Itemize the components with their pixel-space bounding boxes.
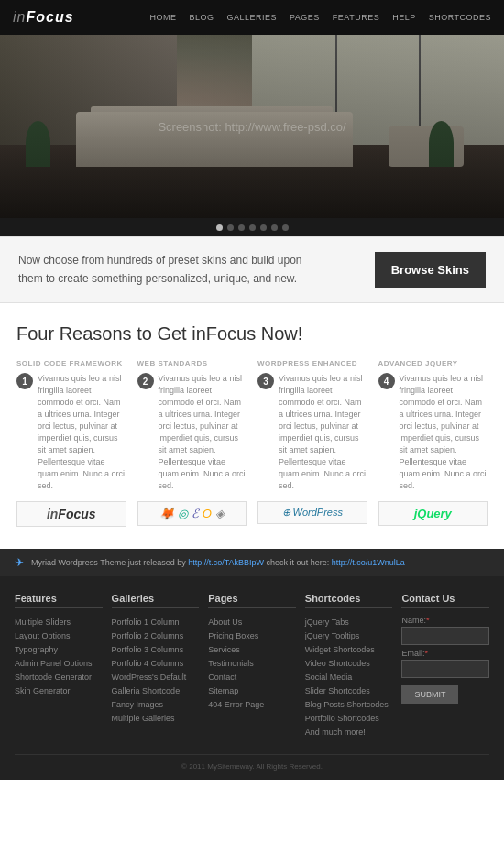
reason-3-num: 3 xyxy=(257,373,274,389)
footer-link-layout-options[interactable]: Layout Options xyxy=(15,631,71,640)
name-required: * xyxy=(426,616,430,625)
reason-2-num: 2 xyxy=(137,373,154,389)
dot-5[interactable] xyxy=(260,224,267,231)
reason-4-header: 4 Vivamus quis leo a nisl fringilla laor… xyxy=(378,373,488,492)
footer-galleries-list: Portfolio 1 Column Portfolio 2 Columns P… xyxy=(112,616,200,723)
reason-2-text: Vivamus quis leo a nisl fringilla laoree… xyxy=(159,373,247,492)
reason-1-num: 1 xyxy=(16,373,33,389)
twitter-ticker: ✈ Myriad Wordpress Theme just released b… xyxy=(0,549,504,576)
nav-help[interactable]: HELP xyxy=(392,13,416,22)
reason-4: ADVANCED JQUERY 4 Vivamus quis leo a nis… xyxy=(378,359,488,527)
browse-skins-button[interactable]: Browse Skins xyxy=(375,252,486,288)
name-label: Name:* xyxy=(401,616,489,625)
footer-link-galleria[interactable]: Galleria Shortcode xyxy=(112,686,181,695)
reason-1-logo: inFocus xyxy=(16,501,126,527)
footer-features-heading: Features xyxy=(15,593,103,608)
footer-link-404[interactable]: 404 Error Page xyxy=(208,700,264,709)
twitter-text: Myriad Wordpress Theme just released by … xyxy=(31,558,405,567)
footer-link-services[interactable]: Services xyxy=(208,645,240,654)
footer-link-admin-panel[interactable]: Admin Panel Options xyxy=(15,659,93,668)
logo-suffix: Focus xyxy=(26,9,73,25)
footer-shortcodes-heading: Shortcodes xyxy=(305,593,393,608)
footer-link-multiple-sliders[interactable]: Multiple Sliders xyxy=(15,618,71,627)
footer-link-blog-posts[interactable]: Blog Posts Shortcodes xyxy=(305,700,389,709)
opera-icon: O xyxy=(203,507,212,520)
hero-image: Screenshot: http://www.free-psd.co/ xyxy=(0,35,504,218)
dot-6[interactable] xyxy=(271,224,278,231)
footer-link-portfolio-3col[interactable]: Portfolio 3 Columns xyxy=(112,645,184,654)
ie-icon: ℰ xyxy=(192,507,199,520)
footer-link-shortcode-gen[interactable]: Shortcode Generator xyxy=(15,673,92,682)
dot-4[interactable] xyxy=(249,224,256,231)
footer-link-and-more[interactable]: And much more! xyxy=(305,727,366,737)
reason-2-logo: 🦊 ◎ ℰ O ◈ xyxy=(137,501,247,526)
dot-7[interactable] xyxy=(282,224,289,231)
footer-link-skin-gen[interactable]: Skin Generator xyxy=(15,686,71,695)
reason-3: WORDPRESS ENHANCED 3 Vivamus quis leo a … xyxy=(257,359,367,527)
footer-pages-heading: Pages xyxy=(208,593,296,608)
footer-link-wp-default[interactable]: WordPress's Default xyxy=(112,673,187,682)
reasons-heading: Four Reasons to Get inFocus Now! xyxy=(16,323,488,344)
footer-link-portfolio-4col[interactable]: Portfolio 4 Columns xyxy=(112,659,184,668)
nav-blog[interactable]: BLOG xyxy=(189,13,214,22)
firefox-icon: 🦊 xyxy=(159,507,174,520)
footer-link-multiple-galleries[interactable]: Multiple Galleries xyxy=(112,714,175,723)
footer-link-typography[interactable]: Typography xyxy=(15,645,58,654)
email-input[interactable] xyxy=(401,660,489,678)
footer: Features Multiple Sliders Layout Options… xyxy=(0,576,504,780)
reasons-section: Four Reasons to Get inFocus Now! SOLID C… xyxy=(0,303,504,536)
reason-1-label: SOLID CODE FRAMEWORK xyxy=(16,359,126,367)
twitter-icon: ✈ xyxy=(15,556,24,569)
footer-pages-list: About Us Pricing Boxes Services Testimon… xyxy=(208,616,296,709)
nav-pages[interactable]: PAGES xyxy=(290,13,320,22)
wordpress-logo: ⊕ WordPress xyxy=(282,507,343,518)
footer-col-contact: Contact Us Name:* Email:* SUBMIT xyxy=(401,593,489,739)
dot-1[interactable] xyxy=(216,224,223,231)
reason-2-label: WEB STANDARDS xyxy=(137,359,247,367)
email-label: Email:* xyxy=(401,649,489,658)
nav-shortcodes[interactable]: SHORTCODES xyxy=(429,13,491,22)
nav-features[interactable]: FEATURES xyxy=(333,13,379,22)
footer-link-fancy-images[interactable]: Fancy Images xyxy=(112,700,164,709)
twitter-link-2[interactable]: http://t.co/u1WnulLa xyxy=(332,558,405,567)
twitter-link-1[interactable]: http://t.co/TAkBBIpW xyxy=(188,558,264,567)
footer-link-about[interactable]: About Us xyxy=(208,618,242,627)
contact-form: Name:* Email:* SUBMIT xyxy=(401,616,489,704)
dot-2[interactable] xyxy=(227,224,234,231)
footer-link-slider-shortcodes[interactable]: Slider Shortcodes xyxy=(305,686,370,695)
nav-galleries[interactable]: GALLERIES xyxy=(226,13,277,22)
chrome-icon: ◎ xyxy=(178,507,188,520)
footer-link-portfolio-2col[interactable]: Portfolio 2 Columns xyxy=(112,631,184,640)
header: inFocus HOME BLOG GALLERIES PAGES FEATUR… xyxy=(0,0,504,35)
reason-1: SOLID CODE FRAMEWORK 1 Vivamus quis leo … xyxy=(16,359,126,527)
footer-link-portfolio-shortcodes[interactable]: Portfolio Shortcodes xyxy=(305,714,379,723)
footer-link-jquery-tabs[interactable]: jQuery Tabs xyxy=(305,618,349,627)
footer-link-portfolio-1col[interactable]: Portfolio 1 Column xyxy=(112,618,180,627)
logo-prefix: in xyxy=(13,9,26,25)
nav-home[interactable]: HOME xyxy=(149,13,176,22)
footer-columns: Features Multiple Sliders Layout Options… xyxy=(15,593,489,739)
footer-link-video-shortcodes[interactable]: Video Shortcodes xyxy=(305,659,370,668)
logo: inFocus xyxy=(13,9,74,26)
hero-section: Screenshot: http://www.free-psd.co/ xyxy=(0,35,504,218)
reason-4-logo: jQuery xyxy=(378,501,488,526)
reason-4-text: Vivamus quis leo a nisl fringilla laoree… xyxy=(400,373,488,492)
footer-link-jquery-tooltips[interactable]: jQuery Tooltips xyxy=(305,631,359,640)
footer-contact-heading: Contact Us xyxy=(401,593,489,608)
footer-copyright: © 2011 MySitemeway. All Rights Reserved. xyxy=(15,754,489,771)
reason-3-label: WORDPRESS ENHANCED xyxy=(257,359,367,367)
submit-button[interactable]: SUBMIT xyxy=(401,685,458,704)
footer-col-pages: Pages About Us Pricing Boxes Services Te… xyxy=(208,593,296,739)
footer-galleries-heading: Galleries xyxy=(112,593,200,608)
cta-banner: Now choose from hundreds of preset skins… xyxy=(0,236,504,303)
footer-link-contact[interactable]: Contact xyxy=(208,673,236,682)
footer-link-sitemap[interactable]: Sitemap xyxy=(208,686,238,695)
footer-link-testimonials[interactable]: Testimonials xyxy=(208,659,254,668)
footer-link-social-media[interactable]: Social Media xyxy=(305,673,353,682)
footer-link-widget-shortcodes[interactable]: Widget Shortcodes xyxy=(305,645,375,654)
reason-4-label: ADVANCED JQUERY xyxy=(378,359,488,367)
footer-link-pricing[interactable]: Pricing Boxes xyxy=(208,631,258,640)
name-input[interactable] xyxy=(401,627,489,645)
cta-text: Now choose from hundreds of preset skins… xyxy=(18,252,312,287)
dot-3[interactable] xyxy=(238,224,245,231)
